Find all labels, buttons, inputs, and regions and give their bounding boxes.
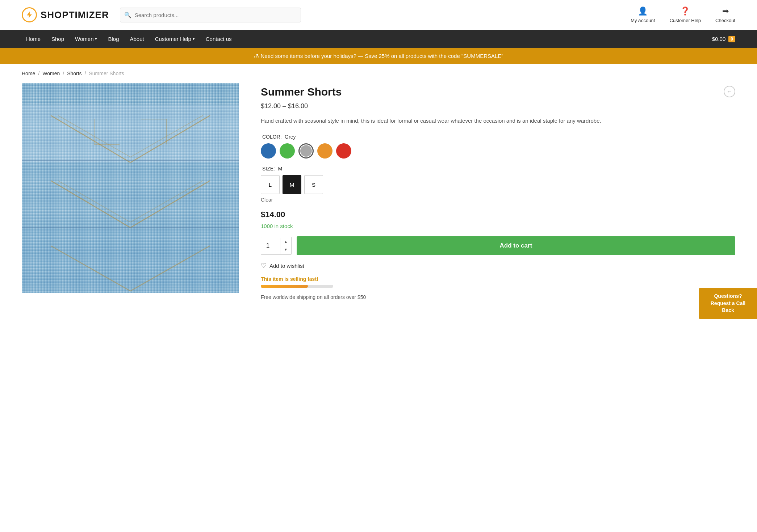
cart-button[interactable]: $0.00 0	[712, 32, 735, 46]
color-swatch-orange[interactable]	[317, 143, 333, 159]
add-to-cart-row: ▲ ▼ Add to cart	[261, 236, 735, 255]
breadcrumb-current: Summer Shorts	[89, 71, 124, 76]
nav-item-about[interactable]: About	[126, 30, 149, 48]
header-actions: 👤 My Account ❓ Customer Help ➡ Checkout	[631, 7, 735, 23]
shipping-note: Free worldwide shipping on all orders ov…	[261, 294, 735, 300]
stock-status: 1000 in stock	[261, 223, 735, 229]
banner-text: 🏖 Need some items before your holidays? …	[254, 53, 503, 59]
size-label: SIZE: M	[261, 166, 735, 172]
customer-help-link[interactable]: ❓ Customer Help	[669, 7, 701, 23]
search-bar: 🔍	[120, 8, 301, 22]
wishlist-row[interactable]: ♡ Add to wishlist	[261, 262, 735, 270]
nav-item-home[interactable]: Home	[22, 30, 45, 48]
color-label: COLOR: Grey	[261, 134, 735, 140]
cart-badge: 0	[728, 36, 735, 42]
product-title-row: Summer Shorts ←	[261, 86, 735, 98]
search-icon: 🔍	[124, 12, 131, 18]
account-icon: 👤	[638, 7, 648, 16]
color-swatch-green[interactable]	[280, 143, 295, 159]
back-button[interactable]: ←	[724, 86, 735, 97]
selling-progress-bar	[261, 285, 333, 288]
search-input[interactable]	[120, 8, 301, 22]
jeans-texture	[22, 83, 239, 293]
price-range: $12.00 – $16.00	[261, 102, 735, 110]
nav-item-contact[interactable]: Contact us	[201, 30, 236, 48]
size-btn-s[interactable]: S	[304, 175, 323, 194]
header: SHOPTIMIZER 🔍 👤 My Account ❓ Customer He…	[0, 0, 757, 30]
promo-banner: 🏖 Need some items before your holidays? …	[0, 48, 757, 64]
checkout-link[interactable]: ➡ Checkout	[715, 7, 735, 23]
quantity-input[interactable]	[261, 237, 280, 254]
cart-price: $0.00	[712, 36, 726, 42]
nav-item-customer-help[interactable]: Customer Help ▾	[151, 30, 199, 48]
qty-down-button[interactable]: ▼	[280, 246, 291, 254]
product-image-wrap	[22, 83, 239, 300]
logo-icon	[22, 7, 37, 22]
logo-text: SHOPTIMIZER	[41, 9, 109, 21]
clear-link[interactable]: Clear	[261, 197, 735, 203]
color-swatch-blue[interactable]	[261, 143, 276, 159]
quantity-wrapper: ▲ ▼	[261, 237, 292, 255]
heart-icon: ♡	[261, 262, 267, 270]
breadcrumb: Home / Women / Shorts / Summer Shorts	[0, 64, 757, 83]
checkout-label: Checkout	[715, 18, 735, 23]
checkout-icon: ➡	[722, 7, 729, 16]
my-account-label: My Account	[631, 18, 655, 23]
product-info: Summer Shorts ← $12.00 – $16.00 Hand cra…	[261, 83, 735, 300]
callback-button[interactable]: Questions? Request a Call Back	[699, 288, 757, 319]
product-description: Hand crafted with seasonal style in mind…	[261, 117, 735, 125]
product-section: Summer Shorts ← $12.00 – $16.00 Hand cra…	[0, 83, 757, 322]
nav-left: Home Shop Women ▾ Blog About Customer He…	[22, 30, 236, 48]
color-attribute: COLOR: Grey	[261, 134, 735, 159]
progress-bar-fill	[261, 285, 308, 288]
nav-item-women[interactable]: Women ▾	[71, 30, 101, 48]
qty-up-button[interactable]: ▲	[280, 238, 291, 246]
lightning-icon	[25, 11, 33, 19]
customer-help-label: Customer Help	[669, 18, 701, 23]
color-options	[261, 143, 735, 159]
color-swatch-red[interactable]	[336, 143, 351, 159]
help-icon: ❓	[680, 7, 690, 16]
add-to-cart-button[interactable]: Add to cart	[297, 236, 735, 255]
nav-item-shop[interactable]: Shop	[47, 30, 68, 48]
color-swatch-grey[interactable]	[298, 143, 314, 159]
breadcrumb-home[interactable]: Home	[22, 71, 35, 76]
selected-color: Grey	[285, 134, 296, 140]
size-btn-m[interactable]: M	[283, 175, 301, 194]
main-nav: Home Shop Women ▾ Blog About Customer He…	[0, 30, 757, 48]
selling-fast: This item is selling fast!	[261, 276, 735, 282]
breadcrumb-sep-2: /	[63, 71, 64, 76]
product-title: Summer Shorts	[261, 86, 342, 98]
chevron-down-icon: ▾	[95, 37, 97, 41]
selected-size: M	[278, 166, 282, 172]
jeans-svg	[22, 83, 239, 293]
nav-item-blog[interactable]: Blog	[104, 30, 123, 48]
breadcrumb-women[interactable]: Women	[42, 71, 60, 76]
breadcrumb-shorts[interactable]: Shorts	[67, 71, 81, 76]
size-attribute: SIZE: M L M S Clear	[261, 166, 735, 203]
wishlist-label: Add to wishlist	[269, 263, 304, 269]
logo[interactable]: SHOPTIMIZER	[22, 7, 109, 22]
selected-price: $14.00	[261, 210, 735, 219]
chevron-down-icon-2: ▾	[193, 37, 195, 41]
breadcrumb-sep-3: /	[85, 71, 86, 76]
size-options: L M S	[261, 175, 735, 194]
breadcrumb-sep-1: /	[38, 71, 39, 76]
product-image	[22, 83, 239, 293]
quantity-arrows: ▲ ▼	[280, 238, 291, 254]
size-btn-l[interactable]: L	[261, 175, 280, 194]
my-account-link[interactable]: 👤 My Account	[631, 7, 655, 23]
